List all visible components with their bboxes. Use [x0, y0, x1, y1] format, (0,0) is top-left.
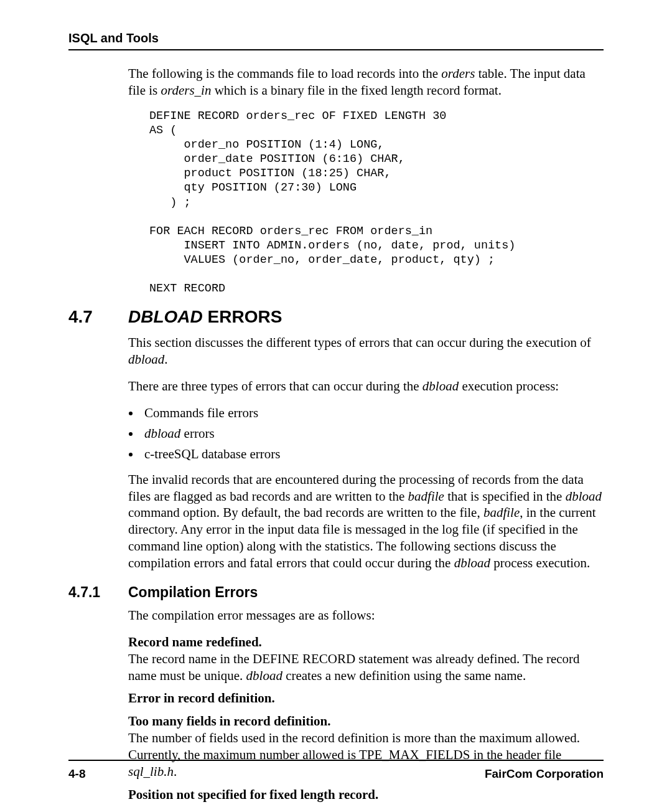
section-number: 4.7 — [68, 307, 128, 327]
running-head: ISQL and Tools — [68, 31, 604, 45]
code-block: DEFINE RECORD orders_rec OF FIXED LENGTH… — [149, 109, 604, 296]
text: The following is the commands file to lo… — [128, 66, 441, 81]
text: command option. By default, the bad reco… — [128, 505, 483, 520]
page-footer: 4-8 FairCom Corporation — [68, 760, 604, 781]
header-rule — [68, 49, 604, 50]
text: which is a binary file in the fixed leng… — [211, 83, 502, 98]
text-italic: badfile — [408, 489, 444, 504]
footer-row: 4-8 FairCom Corporation — [68, 767, 604, 781]
page-number: 4-8 — [68, 767, 85, 781]
text: There are three types of errors that can… — [128, 379, 422, 394]
text-italic: orders — [441, 66, 475, 81]
intro-block: The following is the commands file to lo… — [128, 65, 604, 296]
text-italic: dbload — [566, 489, 602, 504]
page: ISQL and Tools The following is the comm… — [0, 0, 672, 807]
text-italic: badfile — [483, 505, 520, 520]
text: creates a new definition using the same … — [282, 668, 526, 683]
text: The number of fields used in the record … — [128, 730, 580, 762]
paragraph: This section discusses the different typ… — [128, 334, 604, 368]
paragraph: There are three types of errors that can… — [128, 378, 604, 395]
text-italic: dbload — [128, 352, 164, 367]
section-title: Compilation Errors — [128, 584, 258, 601]
error-types-list: Commands file errors dbload errors c-tre… — [128, 405, 604, 463]
intro-paragraph: The following is the commands file to lo… — [128, 65, 604, 99]
list-item: c-treeSQL database errors — [141, 446, 604, 463]
text-italic: dbload — [422, 379, 459, 394]
text: Commands file errors — [144, 405, 258, 420]
text: errors — [180, 426, 214, 441]
text-italic: dbload — [144, 426, 180, 441]
paragraph: The invalid records that are encountered… — [128, 471, 604, 572]
paragraph: The compilation error messages are as fo… — [128, 607, 604, 624]
text-italic: DBLOAD — [128, 307, 203, 326]
error-description: The record name in the DEFINE RECORD sta… — [128, 651, 604, 684]
text: execution process: — [459, 379, 559, 394]
error-term: Position not specified for fixed length … — [128, 786, 604, 803]
error-term: Too many fields in record definition. — [128, 713, 604, 730]
section-title: DBLOAD ERRORS — [128, 307, 282, 327]
list-item: Commands file errors — [141, 405, 604, 422]
text-italic: dbload — [454, 555, 490, 570]
section-number: 4.7.1 — [68, 584, 128, 601]
error-term: Error in record definition. — [128, 690, 604, 707]
text: ERRORS — [203, 307, 282, 326]
section-4-7-1-heading: 4.7.1 Compilation Errors — [68, 584, 604, 601]
footer-company: FairCom Corporation — [485, 767, 604, 781]
error-term: Record name redefined. — [128, 634, 604, 651]
section-4-7-heading: 4.7 DBLOAD ERRORS — [68, 307, 604, 327]
text-italic: orders_in — [161, 83, 212, 98]
section-4-7-body: This section discusses the different typ… — [128, 334, 604, 572]
text-italic: dbload — [246, 668, 282, 683]
text: . — [164, 352, 167, 367]
text: that is specified in the — [444, 489, 566, 504]
footer-rule — [68, 760, 604, 761]
text: This section discusses the different typ… — [128, 335, 591, 350]
text: c-treeSQL database errors — [144, 446, 280, 461]
text: process execution. — [490, 555, 590, 570]
list-item: dbload errors — [141, 425, 604, 442]
